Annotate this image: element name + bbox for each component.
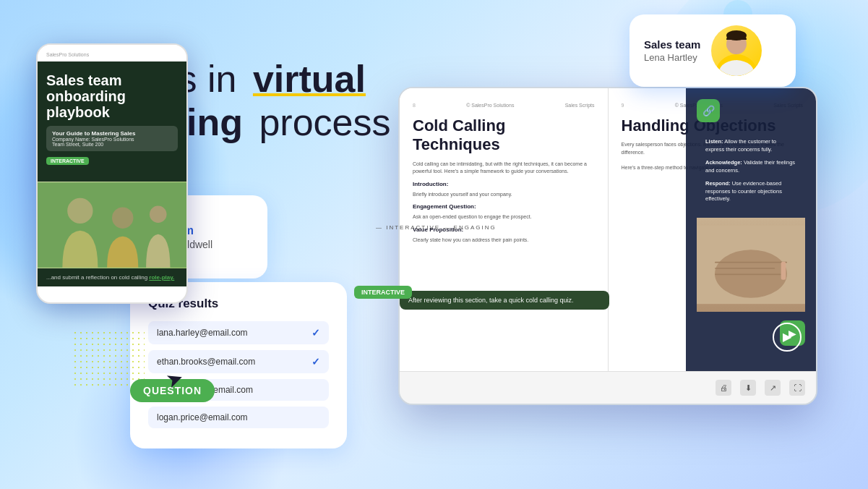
cold-calls-text: ...and submit a reflection on cold calli…: [46, 274, 147, 281]
svg-rect-17: [38, 182, 186, 268]
print-icon[interactable]: 🖨: [716, 380, 731, 396]
page-body-left: Cold calling can be intimidating, but wi…: [413, 161, 595, 244]
check-icon-1: ✓: [311, 327, 320, 339]
tip-acknowledge: Acknowledge: Validate their feelings and…: [705, 159, 796, 174]
mobile-address: Team Street, Suite 200: [52, 142, 103, 147]
tips-section: Listen: Allow the customer to express th…: [697, 129, 805, 218]
tip-listen: Listen: Allow the customer to express th…: [705, 138, 796, 153]
download-icon[interactable]: ⬇: [740, 380, 756, 396]
quiz-results-card: Quiz results lana.harley@email.com ✓ eth…: [130, 282, 347, 448]
mobile-cover: Sales team onboarding playbook Your Guid…: [38, 61, 186, 182]
tablet-toolbar: 🖨 ⬇ ↗ ⛶: [400, 371, 816, 404]
link-icon: 🔗: [697, 99, 720, 122]
sales-avatar: [711, 25, 762, 76]
svg-rect-12: [781, 261, 786, 279]
mobile-interactive-badge: INTERACTIVE: [46, 157, 89, 165]
video-area: ▶ ▶: [697, 312, 805, 355]
mobile-guide-card: Your Guide to Mastering Sales Company Na…: [46, 126, 178, 151]
play-button-area: ▶: [773, 323, 802, 352]
dotted-pattern: [72, 330, 145, 388]
mobile-cold-calls: ...and submit a reflection on cold calli…: [38, 268, 186, 286]
mobile-brand: SalesPro Solutions: [46, 52, 89, 57]
page-num-left: 8: [413, 103, 416, 108]
mobile-guide-title: Your Guide to Mastering Sales: [52, 130, 172, 137]
page-header-left: 8 © SalesPro Solutions Sales Scripts: [413, 103, 595, 108]
quiz-email-row-4: logan.price@email.com: [148, 407, 329, 428]
interaction-side-panel: 🔗 Listen: Allow the customer to express …: [686, 88, 816, 371]
mobile-image: [38, 182, 186, 268]
fullscreen-icon[interactable]: ⛶: [789, 380, 805, 396]
brand-left: © SalesPro Solutions: [466, 103, 514, 108]
mobile-people-illustration: [38, 182, 186, 268]
tip-respond: Respond: Use evidence-based responses to…: [705, 180, 796, 203]
share-icon[interactable]: ↗: [765, 380, 781, 396]
tablet-frame: 8 © SalesPro Solutions Sales Scripts Col…: [398, 87, 817, 405]
hands-illustration: [697, 218, 805, 312]
quiz-email-2: ethan.brooks@email.com: [157, 357, 255, 367]
mobile-cover-title: Sales team onboarding playbook: [46, 72, 178, 120]
quiz-prompt-bar: After reviewing this section, take a qui…: [400, 291, 609, 310]
book-page-right: 9 © SalesPro Solutions Sales Scripts Han…: [609, 88, 817, 371]
mobile-company: Company Name: SalesPro Solutions: [52, 137, 134, 142]
chapter-tag-left: Sales Scripts: [565, 103, 595, 108]
sales-info: Sales team Lena Hartley: [644, 38, 700, 63]
book-display: 8 © SalesPro Solutions Sales Scripts Col…: [398, 87, 846, 441]
sales-team-label: Sales team: [644, 38, 700, 51]
mobile-header: SalesPro Solutions: [38, 45, 186, 61]
play-button[interactable]: ▶: [773, 323, 802, 352]
check-icon-2: ✓: [311, 356, 320, 367]
engaging-tag: — INTERACTIVE — ENGAGING: [376, 224, 497, 231]
svg-rect-10: [715, 273, 781, 275]
role-play-link: role-play.: [149, 274, 174, 281]
interactive-overlay-badge: INTERACTIVE: [354, 286, 412, 299]
page-num-right: 9: [622, 103, 624, 108]
quiz-email-1: lana.harley@email.com: [157, 328, 248, 338]
hands-image: [697, 218, 805, 312]
sales-team-card: Sales team Lena Hartley: [629, 14, 796, 87]
quiz-email-row-1: lana.harley@email.com ✓: [148, 321, 329, 344]
sales-person-illustration: [711, 25, 762, 76]
svg-rect-9: [715, 268, 775, 269]
quiz-email-4: logan.price@email.com: [157, 412, 248, 422]
svg-rect-8: [715, 261, 787, 263]
sales-name-label: Lena Hartley: [644, 52, 700, 63]
mobile-device-overlay: SalesPro Solutions Sales team onboarding…: [36, 43, 188, 304]
chapter-title-left: Cold Calling Techniques: [413, 116, 595, 155]
